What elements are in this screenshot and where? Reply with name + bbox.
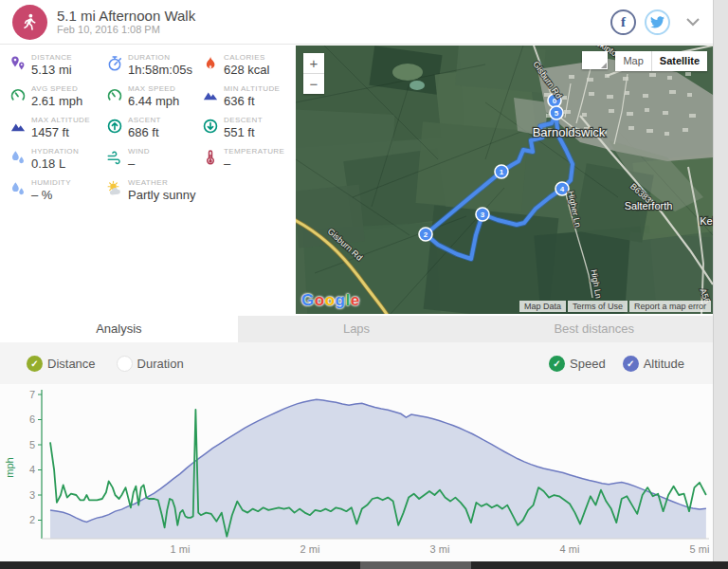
chevron-down-icon[interactable] — [686, 18, 700, 27]
route-marker-1[interactable]: 1 — [495, 165, 508, 178]
y-axis-title: mph — [4, 457, 15, 477]
gauge-icon — [9, 86, 27, 103]
workout-datetime: Feb 10, 2016 1:08 PM — [57, 24, 195, 36]
x-axis-duration-radio[interactable]: Duration — [117, 356, 184, 372]
stat-value: 0.18 L — [31, 156, 79, 171]
stat-label: MAX ALTITUDE — [31, 116, 90, 125]
horizontal-scrollbar[interactable] — [0, 561, 728, 569]
stat-label: HUMIDITY — [31, 178, 71, 188]
attribution-terms-of-use[interactable]: Terms of Use — [568, 301, 628, 312]
stat-max-altitude: MAX ALTITUDE1457 ft — [0, 114, 97, 145]
map-canvas: 051234BarnoldswickSalterforthKelbrookGis… — [296, 46, 713, 314]
mountains-icon — [9, 118, 27, 135]
route-marker-5[interactable]: 5 — [550, 106, 563, 119]
facebook-share-button[interactable]: f — [610, 9, 636, 35]
partly-sunny-icon — [106, 180, 123, 197]
stats-panel: DISTANCE5.13 miDURATION1h:58m:05sCALORIE… — [0, 45, 294, 314]
stat-duration: DURATION1h:58m:05s — [97, 51, 192, 83]
stopwatch-icon — [106, 55, 123, 72]
speed-check-icon: ✓ — [549, 356, 565, 372]
stat-wind: WIND– — [97, 145, 192, 176]
stat-avg-speed: AVG SPEED2.61 mph — [0, 83, 97, 114]
map-overview-toggle[interactable] — [582, 51, 608, 69]
map-view-button[interactable]: Map — [615, 51, 651, 71]
stat-value: – — [224, 156, 284, 171]
stat-humidity: HUMIDITY– % — [0, 176, 97, 208]
stat-max-speed: MAX SPEED6.44 mph — [97, 83, 192, 114]
speed-series-toggle[interactable]: ✓ Speed — [549, 356, 606, 372]
arrow-down-circle-icon — [202, 118, 219, 135]
distance-radio-label: Distance — [47, 357, 96, 371]
workout-card: 5.1 mi Afternoon Walk Feb 10, 2016 1:08 … — [0, 0, 714, 561]
stat-value: 551 ft — [224, 125, 263, 139]
header: 5.1 mi Afternoon Walk Feb 10, 2016 1:08 … — [0, 0, 713, 45]
stat-value: 686 ft — [128, 125, 161, 139]
distance-pins-icon — [9, 55, 27, 72]
twitter-share-button[interactable] — [645, 9, 670, 35]
y-tick-label: 4 — [29, 464, 35, 475]
route-marker-3[interactable]: 3 — [476, 208, 489, 221]
svg-text:5: 5 — [555, 109, 559, 118]
stat-distance: DISTANCE5.13 mi — [0, 51, 97, 83]
satellite-view-button[interactable]: Satellite — [652, 51, 707, 71]
attribution-report-a-map-error[interactable]: Report a map error — [629, 301, 711, 312]
svg-text:4: 4 — [560, 185, 565, 193]
altitude-series-toggle[interactable]: ✓ Altitude — [623, 356, 684, 372]
chart-controls: ✓ Distance Duration ✓ Speed ✓ Altitude — [0, 342, 713, 384]
attribution-map-data[interactable]: Map Data — [519, 301, 566, 312]
wind-icon — [106, 149, 123, 166]
stat-value: – — [128, 156, 150, 171]
stat-value: 636 ft — [224, 94, 280, 108]
stat-label: MIN ALTITUDE — [224, 84, 280, 94]
altitude-toggle-label: Altitude — [644, 357, 684, 371]
map-place-label: Barnoldswick — [533, 125, 606, 139]
stat-weather: WEATHERPartly sunny — [97, 176, 192, 208]
map-type-control: Map Satellite — [582, 51, 707, 71]
x-tick-label: 5 mi — [690, 543, 710, 555]
zoom-in-button[interactable]: + — [303, 53, 324, 74]
duration-radio-label: Duration — [137, 357, 184, 371]
scrollbar-thumb[interactable] — [360, 561, 471, 569]
stat-descent: DESCENT551 ft — [192, 114, 294, 145]
tab-best-distances[interactable]: Best distances — [475, 316, 713, 342]
y-tick-label: 7 — [29, 389, 35, 400]
tab-laps[interactable]: Laps — [238, 316, 476, 342]
map-place-label: Kelbrook — [700, 215, 713, 227]
gauge-icon — [106, 86, 123, 103]
tab-analysis[interactable]: Analysis — [0, 316, 238, 342]
stat-value: 6.44 mph — [128, 94, 179, 108]
x-axis-distance-radio[interactable]: ✓ Distance — [27, 356, 96, 372]
x-tick-label: 2 mi — [300, 543, 320, 555]
y-tick-label: 3 — [29, 489, 35, 501]
header-titles: 5.1 mi Afternoon Walk Feb 10, 2016 1:08 … — [57, 8, 195, 36]
stat-value: – % — [31, 188, 71, 202]
google-logo[interactable]: Google — [301, 291, 360, 310]
walker-icon — [20, 12, 40, 32]
stat-ascent: ASCENT686 ft — [97, 114, 192, 145]
stat-value: 2.61 mph — [31, 94, 82, 108]
x-tick-label: 3 mi — [430, 543, 450, 555]
workout-title: 5.1 mi Afternoon Walk — [57, 8, 195, 24]
drops-icon — [9, 149, 27, 166]
altitude-area — [50, 399, 706, 539]
stat-value: 1h:58m:05s — [128, 63, 192, 77]
stat-value: 5.13 mi — [31, 63, 72, 77]
flame-icon — [202, 55, 219, 72]
stat-label: AVG SPEED — [31, 84, 82, 94]
arrow-up-circle-icon — [106, 118, 123, 135]
stat-label: ASCENT — [128, 116, 161, 125]
thermometer-icon — [202, 149, 219, 166]
analysis-chart[interactable]: 2345671 mi2 mi3 mi4 mi5 mimph — [0, 384, 713, 561]
route-map[interactable]: 051234BarnoldswickSalterforthKelbrookGis… — [296, 46, 713, 314]
drops-icon — [9, 180, 27, 197]
stat-value: 1457 ft — [31, 125, 90, 139]
stat-label: TEMPERATURE — [224, 147, 284, 156]
stat-hydration: HYDRATION0.18 L — [0, 145, 97, 176]
stat-min-altitude: MIN ALTITUDE636 ft — [192, 83, 294, 114]
stat-label: WEATHER — [128, 178, 192, 188]
x-tick-label: 1 mi — [171, 543, 191, 555]
stat-label: DISTANCE — [31, 53, 72, 63]
route-marker-2[interactable]: 2 — [419, 228, 432, 241]
stat-label: WIND — [128, 147, 150, 156]
zoom-out-button[interactable]: − — [303, 74, 324, 94]
